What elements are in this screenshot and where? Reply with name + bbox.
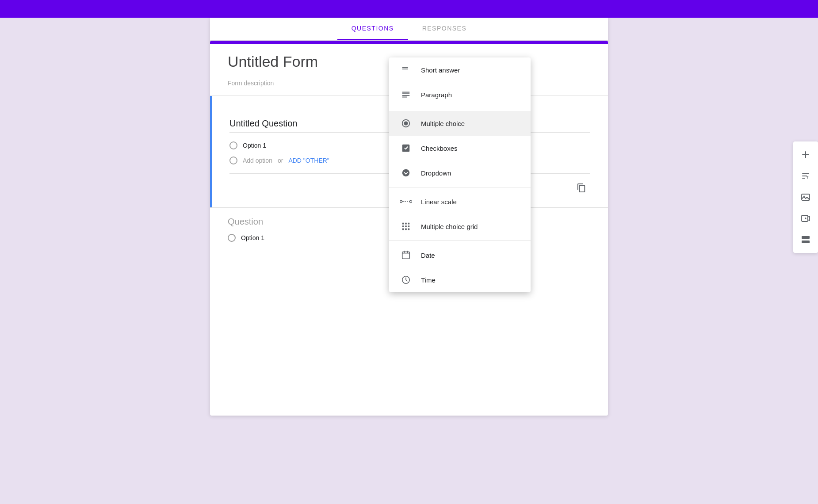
multiple-choice-label: Multiple choice [421,120,465,127]
dropdown-item-paragraph[interactable]: Paragraph [389,82,531,107]
svg-rect-23 [802,241,810,243]
svg-rect-2 [402,145,410,152]
svg-text:T: T [807,176,809,179]
dropdown-divider-3 [389,241,531,241]
dropdown-item-date[interactable]: Date [389,243,531,267]
multiple-choice-grid-label: Multiple choice grid [421,223,478,230]
top-bar [0,0,818,18]
main-container: QUESTIONS RESPONSES Untitled Form Form d… [0,18,818,416]
add-option-text[interactable]: Add option [243,157,272,164]
paragraph-label: Paragraph [421,91,452,99]
dropdown-item-checkboxes[interactable]: Checkboxes [389,136,531,160]
add-option-or: or [278,157,283,164]
svg-rect-9 [408,223,410,225]
dropdown-divider-2 [389,187,531,187]
svg-rect-19 [802,194,810,200]
dropdown-menu: Short answer Paragraph Multiple choice [389,57,531,292]
svg-rect-13 [402,229,404,230]
add-section-button[interactable] [796,230,815,249]
svg-point-4 [400,201,402,203]
dropdown-item-multiple-choice-grid[interactable]: Multiple choice grid [389,214,531,239]
dropdown-item-linear-scale[interactable]: Linear scale [389,189,531,214]
svg-rect-12 [408,225,410,227]
svg-rect-11 [405,225,407,227]
add-title-button[interactable]: T [796,166,815,186]
checkboxes-icon [400,142,412,154]
dropdown-icon-item [400,167,412,179]
linear-scale-label: Linear scale [421,198,457,206]
svg-rect-22 [802,236,810,239]
add-other-link[interactable]: ADD "OTHER" [288,157,329,164]
multiple-choice-grid-icon [400,220,412,233]
radio-add-option[interactable] [229,157,237,164]
dropdown-item-dropdown[interactable]: Dropdown [389,160,531,185]
svg-rect-10 [402,225,404,227]
multiple-choice-icon [400,117,412,130]
tabs-row: QUESTIONS RESPONSES [210,18,608,41]
add-video-button[interactable] [796,209,815,228]
inactive-radio [228,234,236,242]
radio-option-1[interactable] [229,141,237,149]
time-icon [400,274,412,286]
svg-rect-15 [408,229,410,230]
dropdown-item-multiple-choice[interactable]: Multiple choice [389,111,531,136]
add-question-button[interactable] [796,145,815,164]
tab-responses[interactable]: RESPONSES [408,18,481,40]
svg-point-3 [402,169,410,177]
right-sidebar: T [793,141,818,253]
tab-questions[interactable]: QUESTIONS [337,18,408,40]
time-label: Time [421,276,436,284]
dropdown-item-time[interactable]: Time [389,267,531,292]
svg-point-1 [404,121,408,125]
short-answer-label: Short answer [421,66,460,74]
svg-rect-16 [402,252,410,259]
paragraph-icon [400,88,412,101]
short-answer-icon [400,64,412,76]
add-image-button[interactable] [796,187,815,207]
dropdown-divider-1 [389,109,531,109]
copy-button[interactable] [573,179,590,197]
svg-point-6 [410,201,412,203]
svg-rect-14 [405,229,407,230]
dropdown-item-short-answer[interactable]: Short answer [389,57,531,82]
checkboxes-label: Checkboxes [421,145,458,152]
date-icon [400,249,412,261]
svg-rect-8 [405,223,407,225]
date-label: Date [421,252,435,259]
option-1-text: Option 1 [243,142,266,149]
dropdown-label: Dropdown [421,169,451,177]
linear-scale-icon [400,195,412,208]
svg-rect-7 [402,223,404,225]
inactive-option-text: Option 1 [241,234,264,241]
